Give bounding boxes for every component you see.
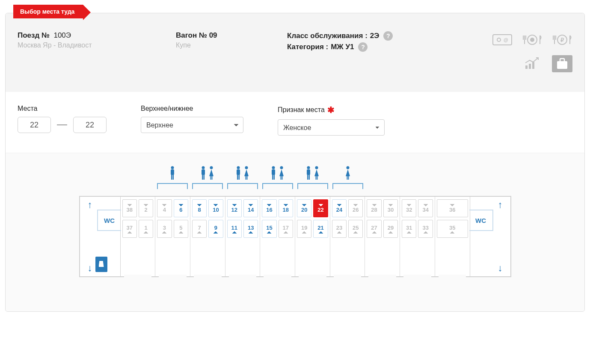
svg-rect-31 <box>237 175 238 180</box>
seat-28: 28 <box>367 199 381 217</box>
seat-13[interactable]: 13 <box>243 220 258 238</box>
svg-point-43 <box>307 166 310 169</box>
svg-point-29 <box>237 166 240 169</box>
seat-to-input[interactable] <box>73 117 107 133</box>
svg-rect-23 <box>202 169 205 175</box>
seat-36: 36 <box>437 199 468 217</box>
seat-2: 2 <box>139 199 153 217</box>
berth-label: Верхнее/нижнее <box>141 105 243 112</box>
seat-4: 4 <box>157 199 172 217</box>
svg-rect-51 <box>347 176 347 180</box>
seat-22[interactable]: 22 <box>313 199 328 217</box>
svg-rect-27 <box>211 176 211 180</box>
svg-rect-39 <box>274 175 275 180</box>
seat-24[interactable]: 24 <box>332 199 347 217</box>
service-class-value: 2Э <box>370 32 379 40</box>
seat-16[interactable]: 16 <box>262 199 276 217</box>
svg-rect-34 <box>246 176 246 180</box>
carriage-label: Вагон № 09 <box>176 31 217 39</box>
door-arrow-up-icon: ↑ <box>88 199 92 210</box>
seat-8[interactable]: 8 <box>192 199 207 217</box>
svg-rect-28 <box>212 176 213 180</box>
tab-outbound: Выбор места туда <box>13 5 83 18</box>
svg-rect-41 <box>281 176 282 180</box>
seats-range-group: Места <box>18 105 107 136</box>
svg-rect-35 <box>247 176 248 180</box>
seat-35: 35 <box>437 220 468 238</box>
service-class-label: Класс обслуживания : <box>287 32 368 40</box>
seat-5: 5 <box>174 220 188 238</box>
seat-selection-panel: Выбор места туда Поезд № 100Э Москва Яр … <box>5 13 585 312</box>
seat-11[interactable]: 11 <box>227 220 242 238</box>
wc-rear: WC <box>469 210 493 231</box>
category-label: Категория : <box>287 43 328 51</box>
svg-point-36 <box>272 166 275 169</box>
seat-30: 30 <box>383 199 398 217</box>
seat-from-input[interactable] <box>18 117 51 133</box>
eticket-icon: @ <box>492 31 513 48</box>
svg-rect-45 <box>307 175 308 180</box>
gender-group: Признак места✱ Женское <box>278 105 385 136</box>
required-asterisk-icon: ✱ <box>327 105 335 115</box>
seat-17: 17 <box>279 220 293 238</box>
seat-9[interactable]: 9 <box>208 220 223 238</box>
wagon-front: ↑ WC ↓ <box>80 197 121 276</box>
carriage-info: Вагон № 09 Купе <box>176 31 257 79</box>
berth-select[interactable]: Верхнее <box>141 117 243 133</box>
seat-20[interactable]: 20 <box>297 199 311 217</box>
gender-select[interactable]: Женское <box>278 119 385 136</box>
help-category-icon[interactable]: ? <box>358 42 368 52</box>
wagon-body: ↑ WC ↓ 382371463581079121411131618151720… <box>79 196 511 277</box>
seat-32: 32 <box>402 199 416 217</box>
berth-group: Верхнее/нижнее Верхнее <box>141 105 243 136</box>
compartment: 81079 <box>190 197 225 276</box>
feature-icons: @ ₽ <box>492 31 572 79</box>
seat-21[interactable]: 21 <box>313 220 328 238</box>
seat-33: 33 <box>418 220 433 238</box>
svg-rect-24 <box>202 175 203 180</box>
seat-23: 23 <box>332 220 347 238</box>
svg-rect-0 <box>493 35 512 45</box>
seats-label: Места <box>18 105 107 112</box>
seat-34: 34 <box>418 199 433 217</box>
svg-point-18 <box>171 166 174 169</box>
seat-6[interactable]: 6 <box>174 199 188 217</box>
carriage-type: Купе <box>176 41 257 49</box>
seat-3: 3 <box>157 220 172 238</box>
door-arrow-up-icon: ↑ <box>498 199 503 210</box>
seat-25: 25 <box>348 220 363 238</box>
gender-label: Признак места <box>278 106 325 114</box>
compartment: 4635 <box>155 197 190 276</box>
controls-band: Места Верхнее/нижнее Верхнее Признак мес… <box>6 92 584 153</box>
compartment: 382371 <box>121 197 156 276</box>
svg-rect-38 <box>272 175 273 180</box>
seat-10[interactable]: 10 <box>208 199 223 217</box>
wagon-schematic: ↑ WC ↓ 382371463581079121411131618151720… <box>6 153 584 311</box>
gender-indicator-mixed <box>260 166 295 196</box>
seat-14[interactable]: 14 <box>243 199 258 217</box>
paid-meal-icon: ₽ <box>552 31 572 48</box>
svg-rect-21 <box>172 175 174 180</box>
svg-rect-49 <box>317 176 318 180</box>
svg-rect-44 <box>307 169 310 175</box>
train-label: Поезд № <box>18 31 50 39</box>
compartment: 12141113 <box>225 197 261 276</box>
seat-1: 1 <box>139 220 153 238</box>
compartment: 3635 <box>435 197 470 276</box>
gender-indicator-mixed <box>295 166 330 196</box>
gender-indicator-mixed <box>190 166 225 196</box>
seat-18[interactable]: 18 <box>279 199 293 217</box>
svg-point-50 <box>346 166 349 169</box>
seat-27: 27 <box>367 220 381 238</box>
seat-15[interactable]: 15 <box>262 220 276 238</box>
gender-indicator-female <box>330 166 365 196</box>
header-band: Поезд № 100Э Москва Яр - Владивост Вагон… <box>6 13 584 92</box>
compartment: 16181517 <box>260 197 295 276</box>
svg-text:₽: ₽ <box>560 37 564 43</box>
svg-rect-19 <box>171 169 174 175</box>
help-class-icon[interactable]: ? <box>383 31 393 41</box>
train-info: Поезд № 100Э Москва Яр - Владивост <box>18 31 146 79</box>
svg-rect-37 <box>272 169 275 175</box>
seat-12[interactable]: 12 <box>227 199 242 217</box>
svg-rect-25 <box>204 175 205 180</box>
